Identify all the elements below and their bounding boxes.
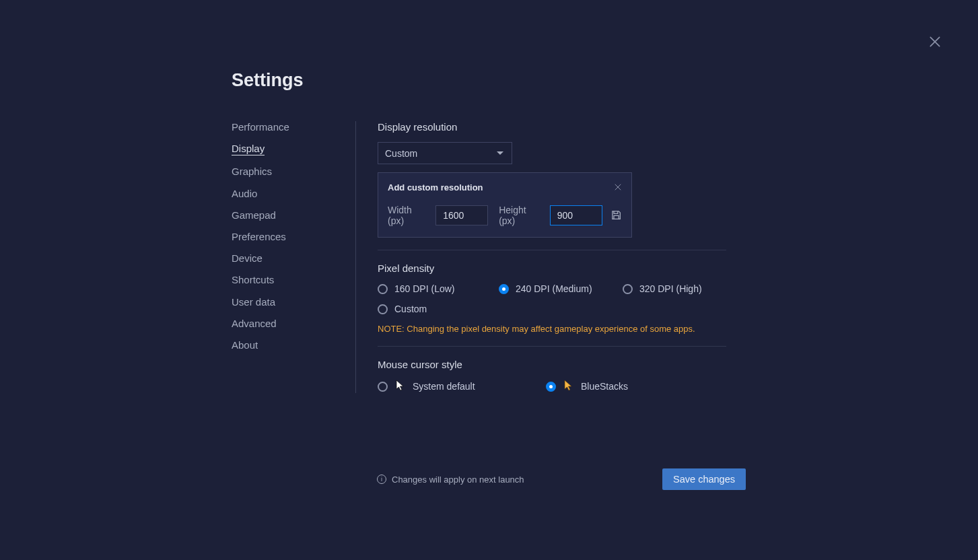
custom-resolution-title: Add custom resolution bbox=[388, 182, 622, 193]
pixel-density-note: NOTE: Changing the pixel density may aff… bbox=[378, 324, 750, 334]
dpi-custom-option[interactable]: Custom bbox=[378, 304, 499, 314]
display-resolution-label: Display resolution bbox=[378, 121, 750, 133]
save-resolution-button[interactable] bbox=[610, 209, 622, 221]
cursor-system-default-option[interactable]: System default bbox=[378, 380, 546, 393]
sidebar-item-performance[interactable]: Performance bbox=[232, 121, 289, 133]
radio-icon bbox=[623, 284, 633, 294]
height-input[interactable] bbox=[550, 205, 602, 225]
dpi-240-option[interactable]: 240 DPI (Medium) bbox=[499, 283, 623, 294]
sidebar-item-display[interactable]: Display bbox=[232, 143, 265, 155]
save-icon bbox=[610, 209, 622, 221]
sidebar-item-user-data[interactable]: User data bbox=[232, 296, 275, 308]
sidebar-item-preferences[interactable]: Preferences bbox=[232, 231, 286, 242]
dpi-160-option[interactable]: 160 DPI (Low) bbox=[378, 283, 499, 294]
sidebar-item-about[interactable]: About bbox=[232, 339, 258, 351]
sidebar-item-device[interactable]: Device bbox=[232, 252, 263, 264]
height-label: Height (px) bbox=[499, 205, 543, 226]
dpi-240-label: 240 DPI (Medium) bbox=[516, 283, 592, 294]
cursor-style-group: System default BlueStacks bbox=[378, 380, 750, 393]
width-input[interactable] bbox=[435, 205, 488, 225]
chevron-down-icon bbox=[497, 151, 503, 155]
pixel-density-label: Pixel density bbox=[378, 262, 750, 274]
close-icon bbox=[614, 183, 622, 191]
radio-selected-icon bbox=[499, 284, 509, 294]
radio-icon bbox=[378, 304, 388, 314]
footer-info: i Changes will apply on next launch bbox=[377, 475, 524, 485]
cursor-system-default-label: System default bbox=[413, 381, 475, 392]
cursor-style-label: Mouse cursor style bbox=[378, 359, 750, 370]
settings-content: Display resolution Custom Add custom res… bbox=[356, 121, 750, 393]
radio-icon bbox=[378, 382, 388, 392]
system-cursor-icon bbox=[396, 380, 405, 393]
dpi-320-option[interactable]: 320 DPI (High) bbox=[623, 283, 702, 294]
pixel-density-group: 160 DPI (Low) 240 DPI (Medium) 320 DPI (… bbox=[378, 283, 726, 314]
sidebar-item-shortcuts[interactable]: Shortcuts bbox=[232, 274, 274, 285]
sidebar-item-graphics[interactable]: Graphics bbox=[232, 166, 272, 177]
divider bbox=[378, 250, 726, 250]
custom-resolution-close-button[interactable] bbox=[614, 182, 622, 190]
save-changes-button[interactable]: Save changes bbox=[662, 468, 746, 490]
width-label: Width (px) bbox=[388, 205, 429, 226]
divider bbox=[378, 346, 726, 347]
dpi-160-label: 160 DPI (Low) bbox=[394, 283, 454, 294]
radio-selected-icon bbox=[546, 382, 556, 392]
sidebar-item-advanced[interactable]: Advanced bbox=[232, 318, 277, 329]
resolution-dropdown-value: Custom bbox=[385, 148, 417, 159]
cursor-bluestacks-option[interactable]: BlueStacks bbox=[546, 380, 628, 393]
dpi-320-label: 320 DPI (High) bbox=[639, 283, 702, 294]
dpi-custom-label: Custom bbox=[394, 304, 427, 314]
cursor-bluestacks-label: BlueStacks bbox=[581, 381, 628, 392]
footer-info-text: Changes will apply on next launch bbox=[392, 475, 524, 485]
sidebar-item-gamepad[interactable]: Gamepad bbox=[232, 209, 276, 221]
sidebar-item-audio[interactable]: Audio bbox=[232, 188, 257, 199]
resolution-dropdown[interactable]: Custom bbox=[378, 142, 512, 164]
radio-icon bbox=[378, 284, 388, 294]
close-button[interactable] bbox=[928, 35, 942, 48]
close-icon bbox=[928, 35, 942, 48]
page-title: Settings bbox=[232, 70, 750, 91]
info-icon: i bbox=[377, 475, 386, 484]
settings-footer: i Changes will apply on next launch Save… bbox=[377, 468, 746, 490]
settings-sidebar: Performance Display Graphics Audio Gamep… bbox=[232, 121, 356, 393]
custom-resolution-panel: Add custom resolution Width (px) Height … bbox=[378, 172, 632, 238]
bluestacks-cursor-icon bbox=[564, 380, 573, 393]
